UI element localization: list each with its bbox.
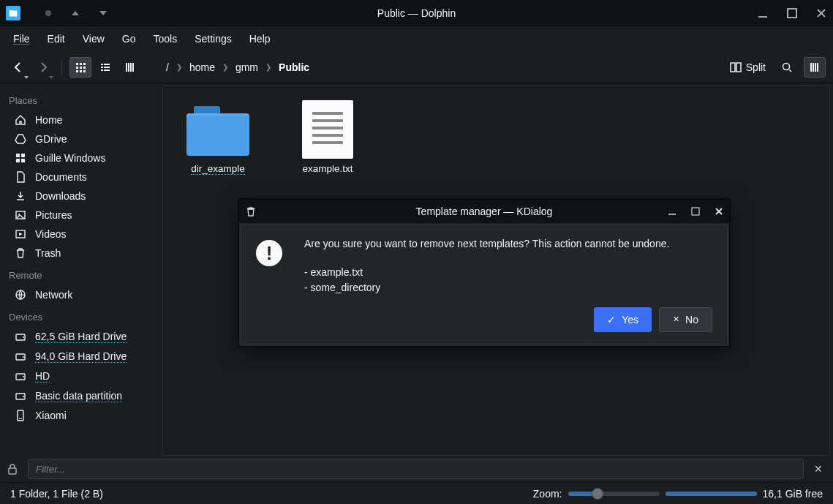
filter-close-button[interactable]: ✕: [811, 463, 826, 475]
download-icon: [15, 190, 26, 202]
svg-rect-5: [76, 67, 78, 69]
check-icon: ✓: [607, 314, 616, 326]
sidebar-item-label: Xiaomi: [35, 410, 67, 421]
video-icon: [15, 228, 26, 240]
sidebar-places-item[interactable]: Guille Windows: [0, 148, 159, 168]
menu-view[interactable]: View: [75, 29, 112, 49]
sidebar-section-remote: Remote: [0, 263, 159, 285]
forward-button[interactable]: [32, 57, 54, 78]
warning-icon: !: [256, 240, 282, 266]
svg-point-39: [23, 356, 24, 358]
sidebar-devices-item[interactable]: HD: [0, 366, 159, 386]
sidebar-item-label: Basic data partition: [35, 390, 122, 402]
svg-rect-48: [692, 208, 699, 215]
lock-icon[interactable]: [7, 463, 20, 475]
svg-rect-17: [126, 63, 127, 72]
menu-toggle-button[interactable]: [804, 57, 826, 78]
disk-icon: [15, 371, 26, 383]
maximize-button[interactable]: [786, 7, 798, 19]
filter-input[interactable]: [28, 459, 804, 479]
doc-icon: [15, 171, 26, 183]
svg-rect-0: [758, 16, 767, 18]
sidebar-devices-item[interactable]: Xiaomi: [0, 406, 159, 425]
dialog-minimize-button[interactable]: [668, 207, 676, 216]
svg-rect-31: [21, 159, 25, 162]
menubar: File Edit View Go Tools Settings Help: [0, 26, 833, 51]
free-space-bar: [666, 492, 757, 496]
breadcrumb-root[interactable]: /: [166, 61, 169, 73]
compact-view-button[interactable]: [94, 57, 116, 78]
breadcrumb-current[interactable]: Public: [279, 61, 309, 73]
svg-rect-3: [80, 63, 82, 65]
svg-rect-9: [80, 70, 82, 72]
menu-tools[interactable]: Tools: [146, 29, 184, 49]
phone-icon: [15, 410, 26, 421]
titlebar-dot-icon[interactable]: [45, 10, 51, 16]
file-item[interactable]: example.txt: [295, 100, 361, 175]
sidebar-places-item[interactable]: Downloads: [0, 187, 159, 206]
svg-rect-16: [104, 69, 110, 71]
breadcrumb-segment[interactable]: gmm: [235, 61, 258, 73]
yes-button[interactable]: ✓ Yes: [594, 307, 652, 332]
status-summary: 1 Folder, 1 File (2 B): [10, 488, 523, 500]
sidebar-item-label: Trash: [35, 247, 61, 259]
sidebar-places-item[interactable]: Home: [0, 110, 159, 129]
dialog-close-button[interactable]: [715, 207, 723, 216]
free-space-label: 16,1 GiB free: [763, 488, 823, 500]
folder-item[interactable]: dir_example: [185, 100, 251, 175]
sidebar-places-item[interactable]: Pictures: [0, 206, 159, 225]
dialog-maximize-button[interactable]: [691, 207, 700, 216]
split-label: Split: [746, 61, 766, 73]
svg-rect-24: [810, 63, 812, 72]
chevron-right-icon: ❯: [222, 63, 228, 71]
svg-point-41: [23, 376, 24, 377]
zoom-slider[interactable]: [568, 492, 660, 496]
back-button[interactable]: [7, 57, 29, 78]
sidebar-item-label: Downloads: [35, 190, 86, 202]
svg-rect-19: [130, 63, 132, 72]
svg-rect-29: [21, 154, 25, 157]
svg-rect-2: [76, 63, 78, 65]
titlebar-up-icon[interactable]: [72, 11, 79, 15]
sidebar-places-item[interactable]: Trash: [0, 244, 159, 263]
sidebar-places-item[interactable]: Videos: [0, 225, 159, 244]
sidebar-places-item[interactable]: Documents: [0, 168, 159, 187]
svg-rect-45: [19, 418, 22, 419]
icons-view-button[interactable]: [69, 57, 91, 78]
svg-rect-28: [16, 154, 20, 157]
menu-help[interactable]: Help: [242, 29, 278, 49]
dialog: Template manager — KDialog ! Are you sur…: [238, 198, 731, 347]
svg-rect-10: [83, 70, 86, 72]
menu-edit[interactable]: Edit: [40, 29, 72, 49]
menu-go[interactable]: Go: [115, 29, 143, 49]
sidebar-devices-item[interactable]: Basic data partition: [0, 386, 159, 406]
menu-file[interactable]: File: [6, 29, 37, 49]
details-view-button[interactable]: [119, 57, 141, 78]
breadcrumb-segment[interactable]: home: [189, 61, 215, 73]
split-button[interactable]: Split: [725, 59, 770, 76]
svg-rect-13: [101, 67, 103, 68]
network-icon: [15, 289, 26, 301]
home-icon: [15, 114, 26, 126]
svg-point-23: [783, 63, 790, 69]
chevron-right-icon: ❯: [265, 63, 271, 71]
sidebar-section-devices: Devices: [0, 304, 159, 327]
minimize-button[interactable]: [757, 7, 769, 19]
chevron-down-icon: [24, 76, 29, 79]
status-bar: 1 Folder, 1 File (2 B) Zoom: 16,1 GiB fr…: [0, 482, 833, 504]
close-button[interactable]: [815, 7, 827, 19]
sidebar-devices-item[interactable]: 62,5 GiB Hard Drive: [0, 327, 159, 347]
menu-settings[interactable]: Settings: [187, 29, 239, 49]
svg-rect-15: [101, 69, 103, 71]
svg-rect-30: [16, 159, 20, 162]
search-button[interactable]: [776, 57, 798, 78]
dialog-question: Are you sure you want to remove next tem…: [304, 237, 712, 252]
sidebar-devices-item[interactable]: 94,0 GiB Hard Drive: [0, 347, 159, 366]
window-title: Public — Dolphin: [0, 7, 833, 19]
file-name: example.txt: [302, 163, 353, 174]
breadcrumb[interactable]: / ❯ home ❯ gmm ❯ Public: [166, 61, 723, 73]
sidebar-places-item[interactable]: GDrive: [0, 129, 159, 148]
no-button[interactable]: ✕ No: [659, 307, 712, 332]
sidebar-remote-item[interactable]: Network: [0, 285, 159, 304]
titlebar-down-icon[interactable]: [99, 11, 107, 15]
